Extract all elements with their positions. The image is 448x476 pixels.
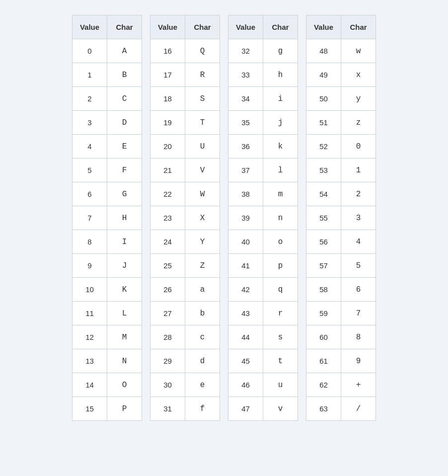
char-cell: Y: [185, 230, 220, 254]
char-cell: a: [185, 278, 220, 302]
value-cell: 38: [228, 182, 263, 206]
value-cell: 3: [73, 111, 107, 135]
char-cell: I: [107, 230, 142, 254]
char-cell: Z: [185, 254, 220, 278]
char-cell: A: [107, 39, 142, 63]
table-row: 48w: [306, 39, 376, 63]
char-cell: F: [107, 159, 142, 182]
char-cell: +: [341, 373, 376, 397]
table-row: 7H: [73, 206, 142, 230]
char-cell: f: [185, 397, 220, 421]
table-row: 46u: [228, 373, 298, 397]
value-cell: 35: [228, 111, 263, 135]
table-row: 1B: [73, 63, 142, 87]
char-cell: h: [263, 63, 298, 87]
char-cell: b: [185, 302, 220, 325]
char-cell: G: [107, 182, 142, 206]
value-cell: 18: [150, 87, 185, 111]
value-cell: 57: [306, 254, 341, 278]
char-cell: d: [185, 349, 220, 373]
char-cell: O: [107, 373, 142, 397]
char-cell: 6: [341, 278, 376, 302]
table-row: 41p: [228, 254, 298, 278]
value-cell: 15: [73, 397, 107, 421]
value-cell: 49: [306, 63, 341, 87]
value-cell: 22: [150, 182, 185, 206]
table-row: 19T: [150, 111, 220, 135]
table-row: 45t: [228, 349, 298, 373]
data-table-4: ValueChar48w49x50y51z5205315425535645755…: [306, 15, 376, 421]
char-cell: z: [341, 111, 376, 135]
table-row: 31f: [150, 397, 220, 421]
value-cell: 20: [150, 135, 185, 159]
table-row: 51z: [306, 111, 376, 135]
table-row: 50y: [306, 87, 376, 111]
char-cell: o: [263, 230, 298, 254]
value-cell: 36: [228, 135, 263, 159]
char-cell: y: [341, 87, 376, 111]
col-header-char: Char: [263, 15, 298, 39]
table-row: 10K: [73, 278, 142, 302]
value-cell: 10: [73, 278, 107, 302]
value-cell: 27: [150, 302, 185, 325]
value-cell: 41: [228, 254, 263, 278]
char-cell: m: [263, 182, 298, 206]
char-cell: E: [107, 135, 142, 159]
value-cell: 4: [73, 135, 107, 159]
table-row: 520: [306, 135, 376, 159]
value-cell: 42: [228, 278, 263, 302]
table-row: 20U: [150, 135, 220, 159]
table-row: 36k: [228, 135, 298, 159]
char-cell: 8: [341, 325, 376, 349]
table-row: 49x: [306, 63, 376, 87]
table-row: 619: [306, 349, 376, 373]
value-cell: 26: [150, 278, 185, 302]
value-cell: 53: [306, 159, 341, 182]
value-cell: 54: [306, 182, 341, 206]
table-row: 40o: [228, 230, 298, 254]
char-cell: s: [263, 325, 298, 349]
value-cell: 21: [150, 159, 185, 182]
value-cell: 37: [228, 159, 263, 182]
value-cell: 17: [150, 63, 185, 87]
table-row: 6G: [73, 182, 142, 206]
char-cell: L: [107, 302, 142, 325]
table-row: 564: [306, 230, 376, 254]
char-cell: l: [263, 159, 298, 182]
char-cell: J: [107, 254, 142, 278]
table-row: 29d: [150, 349, 220, 373]
table-row: 597: [306, 302, 376, 325]
char-cell: 4: [341, 230, 376, 254]
table-row: 13N: [73, 349, 142, 373]
char-cell: S: [185, 87, 220, 111]
char-cell: V: [185, 159, 220, 182]
char-cell: 0: [341, 135, 376, 159]
table-row: 35j: [228, 111, 298, 135]
value-cell: 19: [150, 111, 185, 135]
table-row: 23X: [150, 206, 220, 230]
table-row: 47v: [228, 397, 298, 421]
char-cell: i: [263, 87, 298, 111]
char-cell: M: [107, 325, 142, 349]
table-row: 62+: [306, 373, 376, 397]
table-row: 5F: [73, 159, 142, 182]
table-row: 42q: [228, 278, 298, 302]
col-header-char: Char: [341, 15, 376, 39]
value-cell: 56: [306, 230, 341, 254]
value-cell: 11: [73, 302, 107, 325]
value-cell: 62: [306, 373, 341, 397]
char-cell: D: [107, 111, 142, 135]
value-cell: 59: [306, 302, 341, 325]
table-row: 37l: [228, 159, 298, 182]
table-row: 27b: [150, 302, 220, 325]
char-cell: W: [185, 182, 220, 206]
table-row: 14O: [73, 373, 142, 397]
table-row: 575: [306, 254, 376, 278]
table-row: 3D: [73, 111, 142, 135]
value-cell: 50: [306, 87, 341, 111]
char-cell: w: [341, 39, 376, 63]
char-cell: 3: [341, 206, 376, 230]
table-row: 11L: [73, 302, 142, 325]
value-cell: 33: [228, 63, 263, 87]
data-table-1: ValueChar0A1B2C3D4E5F6G7H8I9J10K11L12M13…: [72, 15, 142, 421]
